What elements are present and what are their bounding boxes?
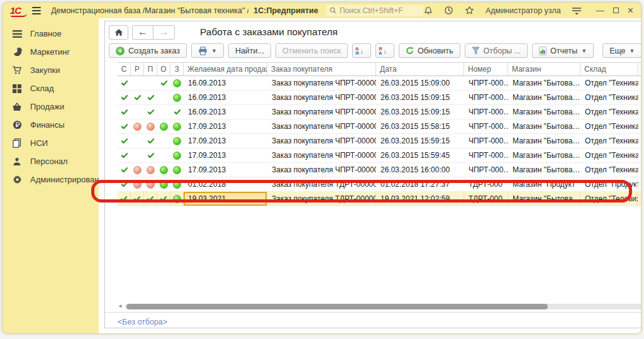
- cell-warehouse[interactable]: Отдел "Телевизо: [580, 192, 638, 206]
- cell-order[interactable]: Заказ покупателя ЧПРТ-00000…: [267, 163, 376, 177]
- cell-datetime[interactable]: 26.03.2015 16:00:00: [376, 163, 464, 177]
- scrollbar-thumb[interactable]: [126, 304, 548, 309]
- cell-desired_date[interactable]: 01.02.2018: [184, 177, 267, 191]
- cell-order[interactable]: Заказ покупателя ЧПРТ-00000…: [267, 148, 376, 162]
- cell-number[interactable]: ЧПРТ-000…: [464, 163, 508, 177]
- cell-datetime[interactable]: 01.02.2018 17:27:37: [376, 177, 464, 191]
- cell-store[interactable]: Магазин "Бытова…: [508, 163, 580, 177]
- table-row[interactable]: 17.09.2013Заказ покупателя ЧПРТ-00000…26…: [118, 148, 641, 163]
- scrollbar-track[interactable]: [125, 304, 641, 309]
- sidebar-item-warehouse[interactable]: Склад: [3, 79, 99, 97]
- cell-desired_date[interactable]: 17.09.2013: [184, 119, 267, 133]
- horizontal-scrollbar[interactable]: ◄ ►: [118, 302, 641, 311]
- column-header[interactable]: П: [144, 63, 157, 75]
- more-button[interactable]: Еще ▼: [602, 43, 641, 58]
- cell-desired_date[interactable]: 16.09.2013: [184, 105, 267, 119]
- table-row[interactable]: 16.09.2013Заказ покупателя ЧПРТ-00000…26…: [118, 76, 641, 91]
- cell-store[interactable]: Магазин "Бытова…: [508, 134, 580, 148]
- cell-datetime[interactable]: 26.03.2015 15:58:15: [376, 119, 464, 133]
- cell-desired_date[interactable]: 16.09.2013: [184, 76, 267, 90]
- main-menu-icon[interactable]: [32, 5, 41, 16]
- cell-store[interactable]: Магазин "Бытова…: [508, 105, 580, 119]
- cell-desired_date[interactable]: 17.09.2013: [184, 134, 267, 148]
- cell-warehouse[interactable]: Отдел "Техника д: [580, 163, 638, 177]
- cell-datetime[interactable]: 26.03.2015 15:59:15: [376, 134, 464, 148]
- sidebar-item-administration[interactable]: Администрирование: [3, 170, 99, 189]
- cell-store[interactable]: Магазин "Бытова…: [508, 119, 580, 133]
- global-search-input[interactable]: Поиск Ctrl+Shift+F: [326, 5, 423, 16]
- home-button[interactable]: [109, 25, 128, 40]
- column-header[interactable]: З: [170, 63, 184, 75]
- cell-warehouse[interactable]: Отдел "Продукть: [580, 177, 638, 191]
- cell-order[interactable]: Заказ покупателя ЧПРТ-00000…: [267, 105, 376, 119]
- cell-desired_date[interactable]: 17.09.2013: [184, 163, 267, 177]
- cell-store[interactable]: Магазин "Бытова…: [508, 76, 580, 90]
- current-user[interactable]: Администратор узла: [486, 6, 561, 15]
- table-row[interactable]: 17.09.2013Заказ покупателя ЧПРТ-00000…26…: [118, 119, 641, 134]
- cell-order[interactable]: Заказ покупателя ТДРТ-000001…: [267, 192, 376, 206]
- cell-datetime[interactable]: 26.03.2015 15:59:45: [376, 148, 464, 162]
- table-row[interactable]: 16.09.2013Заказ покупателя ЧПРТ-00000…26…: [118, 105, 641, 119]
- column-header[interactable]: Номер: [464, 63, 508, 75]
- table-row[interactable]: 01.02.2018Заказ покупателя ТДРТ-00000101…: [118, 177, 641, 192]
- cell-number[interactable]: ЧПРТ-000…: [464, 134, 508, 148]
- create-order-button[interactable]: + Создать заказ: [109, 43, 187, 58]
- back-button[interactable]: ←: [132, 25, 153, 40]
- column-header[interactable]: О: [157, 63, 170, 75]
- table-row[interactable]: 16.09.2013Заказ покупателя ЧПРТ-00000…26…: [118, 91, 641, 105]
- sidebar-item-main[interactable]: Главное: [3, 25, 99, 43]
- cell-number[interactable]: ЧПРТ-000…: [464, 105, 508, 119]
- forward-button[interactable]: →: [153, 25, 175, 40]
- cell-number[interactable]: ЧПРТ-000…: [464, 148, 508, 162]
- table-row[interactable]: 17.09.2013Заказ покупателя ЧПРТ-00000…26…: [118, 134, 641, 148]
- cell-datetime[interactable]: 26.03.2015 15:09:00: [376, 76, 464, 90]
- close-window-button[interactable]: ×: [628, 6, 633, 16]
- column-header[interactable]: С: [118, 63, 131, 75]
- sidebar-item-nsi[interactable]: НСИ: [3, 134, 99, 152]
- cell-store[interactable]: Магазин "Продукт: [508, 177, 580, 191]
- minimize-button[interactable]: —: [596, 6, 604, 14]
- maximize-button[interactable]: [613, 8, 619, 13]
- scroll-left-icon[interactable]: ◄: [118, 304, 123, 309]
- filter-status-link[interactable]: <Без отбора>: [118, 318, 167, 326]
- sidebar-item-sales[interactable]: Продажи: [3, 97, 99, 116]
- cell-desired_date[interactable]: 19.03.2021: [184, 192, 267, 206]
- cell-warehouse[interactable]: Отдел "Техника д: [580, 134, 638, 148]
- cell-number[interactable]: ТДРТ-000…: [464, 192, 508, 206]
- table-row[interactable]: 17.09.2013Заказ покупателя ЧПРТ-00000…26…: [118, 163, 641, 177]
- cell-store[interactable]: Магазин "Бытова…: [508, 192, 580, 206]
- cell-desired_date[interactable]: 16.09.2013: [184, 91, 267, 104]
- sidebar-item-purchases[interactable]: Закупки: [3, 61, 99, 79]
- sort-descending-button[interactable]: ЯА ↓: [375, 43, 394, 58]
- column-header[interactable]: Заказ покупателя: [267, 63, 376, 75]
- cell-warehouse[interactable]: Отдел "Техника д: [580, 76, 638, 90]
- find-button[interactable]: Найти...: [228, 43, 271, 58]
- service-menu-icon[interactable]: [572, 6, 582, 16]
- favorites-star-icon[interactable]: [465, 6, 475, 16]
- column-header[interactable]: Склад: [580, 63, 638, 75]
- cell-warehouse[interactable]: Отдел "Техника д: [580, 105, 638, 119]
- column-header[interactable]: Желаемая дата продажи: [184, 63, 267, 75]
- cell-desired_date[interactable]: 17.09.2013: [184, 148, 267, 162]
- notifications-bell-icon[interactable]: [423, 6, 433, 16]
- cell-datetime[interactable]: 26.03.2015 15:09:15: [376, 91, 464, 104]
- cell-warehouse[interactable]: Отдел "Техника д: [580, 91, 638, 104]
- cell-order[interactable]: Заказ покупателя ЧПРТ-00000…: [267, 91, 376, 104]
- column-header[interactable]: Р: [131, 63, 144, 75]
- history-icon[interactable]: [444, 6, 454, 16]
- cell-store[interactable]: Магазин "Бытова…: [508, 91, 580, 104]
- reports-button[interactable]: Отчеты ▼: [532, 43, 594, 58]
- sort-ascending-button[interactable]: АЯ ↓: [352, 43, 371, 58]
- cell-number[interactable]: ТДРТ-000: [464, 177, 508, 191]
- sidebar-item-personnel[interactable]: Персонал: [3, 152, 99, 170]
- cell-warehouse[interactable]: Отдел "Техника д: [580, 148, 638, 162]
- cell-number[interactable]: ЧПРТ-000…: [464, 76, 508, 90]
- cell-order[interactable]: Заказ покупателя ЧПРТ-00000…: [267, 134, 376, 148]
- cell-warehouse[interactable]: Отдел "Техника д: [580, 119, 638, 133]
- filters-button[interactable]: Отборы ...: [465, 43, 528, 58]
- refresh-button[interactable]: Обновить: [399, 43, 460, 58]
- sidebar-item-marketing[interactable]: Маркетинг: [3, 43, 99, 61]
- cell-number[interactable]: ЧПРТ-000…: [464, 119, 508, 133]
- column-header[interactable]: Магазин: [508, 63, 580, 75]
- cell-order[interactable]: Заказ покупателя ЧПРТ-00000…: [267, 76, 376, 90]
